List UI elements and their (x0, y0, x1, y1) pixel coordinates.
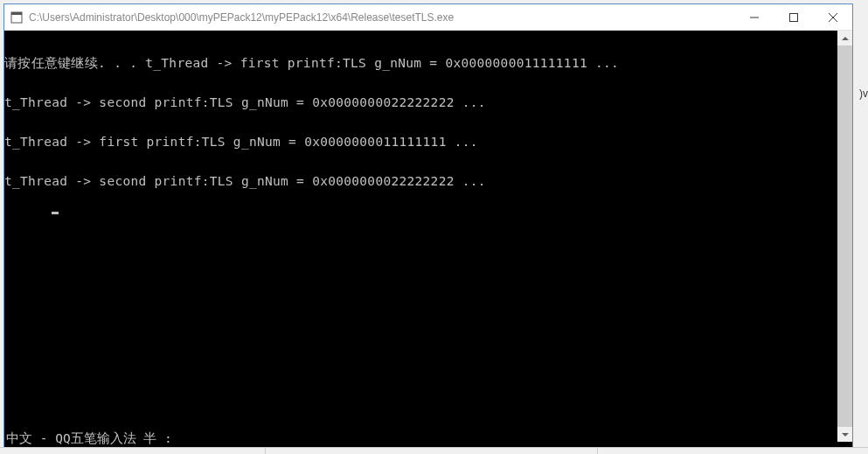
console-client-area[interactable]: 请按任意键继续. . . t_Thread -> first printf:TL… (4, 31, 852, 447)
console-line: t_Thread -> second printf:TLS g_nNum = 0… (4, 96, 852, 109)
minimize-button[interactable] (734, 4, 774, 30)
close-button[interactable] (813, 4, 852, 30)
svg-marker-7 (842, 433, 849, 437)
console-window: C:\Users\Administrator\Desktop\000\myPEP… (3, 3, 853, 448)
scroll-up-arrow[interactable] (837, 31, 852, 45)
console-line: 请按任意键继续. . . t_Thread -> first printf:TL… (4, 57, 852, 70)
titlebar[interactable]: C:\Users\Administrator\Desktop\000\myPEP… (4, 4, 852, 31)
window-title: C:\Users\Administrator\Desktop\000\myPEP… (29, 11, 734, 24)
vertical-scrollbar[interactable] (837, 31, 852, 442)
background-partial-text: )v (859, 87, 868, 100)
maximize-button[interactable] (774, 4, 813, 30)
background-panel-borders (0, 447, 868, 454)
console-output: 请按任意键继续. . . t_Thread -> first printf:TL… (4, 31, 852, 227)
scroll-thumb[interactable] (837, 45, 852, 427)
scroll-track[interactable] (837, 45, 852, 427)
svg-rect-3 (789, 13, 797, 21)
text-cursor (52, 212, 59, 214)
svg-rect-1 (11, 12, 22, 15)
ime-status-line: 中文 - QQ五笔输入法 半 : (4, 430, 174, 447)
app-icon (10, 10, 24, 24)
svg-marker-6 (842, 37, 849, 40)
window-controls (734, 4, 852, 30)
console-line: t_Thread -> second printf:TLS g_nNum = 0… (4, 175, 852, 188)
scroll-down-arrow[interactable] (837, 427, 852, 442)
console-line: t_Thread -> first printf:TLS g_nNum = 0x… (4, 136, 852, 149)
